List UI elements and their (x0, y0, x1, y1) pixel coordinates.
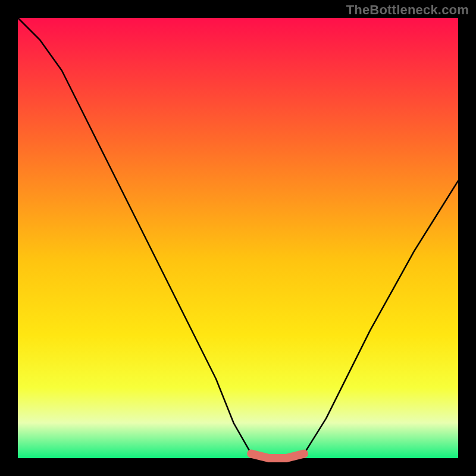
watermark-label: TheBottleneck.com (346, 2, 469, 18)
optimal-region-marker (251, 454, 304, 458)
bottleneck-chart (0, 0, 476, 476)
gradient-background (18, 18, 458, 458)
chart-frame: TheBottleneck.com (0, 0, 476, 476)
